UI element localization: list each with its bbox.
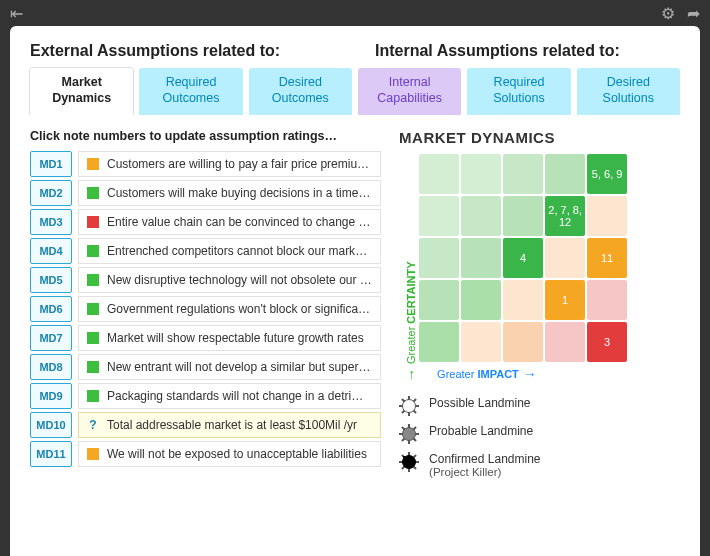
confirmed-landmine-icon: [399, 452, 419, 472]
grid-cell[interactable]: 11: [587, 238, 627, 278]
rating-red-icon: [87, 216, 99, 228]
grid-cell[interactable]: [461, 196, 501, 236]
rating-green-icon: [87, 274, 99, 286]
tab-desired-solutions[interactable]: DesiredSolutions: [577, 68, 680, 115]
grid-cell[interactable]: [419, 322, 459, 362]
grid-cell[interactable]: [503, 280, 543, 320]
assumption-cell[interactable]: Packaging standards will not change in a…: [78, 383, 381, 409]
possible-landmine-icon: [399, 396, 419, 416]
assumption-text: Packaging standards will not change in a…: [107, 389, 372, 403]
grid-cell[interactable]: [461, 322, 501, 362]
back-icon[interactable]: ⇤: [10, 4, 23, 23]
assumption-cell[interactable]: Entire value chain can be convinced to c…: [78, 209, 381, 235]
table-row: MD4Entrenched competitors cannot block o…: [30, 238, 381, 264]
assumption-cell[interactable]: Customers will make buying decisions in …: [78, 180, 381, 206]
table-row: MD11We will not be exposed to unacceptab…: [30, 441, 381, 467]
assumption-badge[interactable]: MD9: [30, 383, 72, 409]
table-row: MD7Market will show respectable future g…: [30, 325, 381, 351]
grid-cell[interactable]: [419, 196, 459, 236]
grid-cell[interactable]: 3: [587, 322, 627, 362]
rating-green-icon: [87, 303, 99, 315]
grid-cell[interactable]: [503, 154, 543, 194]
grid-cell[interactable]: [461, 238, 501, 278]
grid-cell[interactable]: 1: [545, 280, 585, 320]
tab-required-solutions[interactable]: RequiredSolutions: [467, 68, 570, 115]
assumption-cell[interactable]: New disruptive technology will not obsol…: [78, 267, 381, 293]
assumption-badge[interactable]: MD4: [30, 238, 72, 264]
rating-green-icon: [87, 332, 99, 344]
hint-text: Click note numbers to update assumption …: [30, 129, 381, 143]
table-row: MD6Government regulations won't block or…: [30, 296, 381, 322]
rating-green-icon: [87, 245, 99, 257]
x-axis-label: Greater IMPACT →: [437, 366, 627, 382]
assumption-text: Customers are willing to pay a fair pric…: [107, 157, 372, 171]
grid-cell[interactable]: [503, 322, 543, 362]
rating-green-icon: [87, 361, 99, 373]
assumption-text: Government regulations won't block or si…: [107, 302, 372, 316]
grid-cell[interactable]: [461, 280, 501, 320]
grid-cell[interactable]: [545, 154, 585, 194]
assumption-cell[interactable]: Government regulations won't block or si…: [78, 296, 381, 322]
forward-icon[interactable]: ➦: [687, 4, 700, 23]
grid-cell[interactable]: [419, 280, 459, 320]
grid-cell[interactable]: [545, 322, 585, 362]
assumption-text: Entrenched competitors cannot block our …: [107, 244, 372, 258]
assumption-text: New entrant will not develop a similar b…: [107, 360, 372, 374]
assumption-badge[interactable]: MD10: [30, 412, 72, 438]
assumption-badge[interactable]: MD3: [30, 209, 72, 235]
rating-orange-icon: [87, 448, 99, 460]
probable-landmine-icon: [399, 424, 419, 444]
assumption-badge[interactable]: MD5: [30, 267, 72, 293]
assumption-cell[interactable]: Entrenched competitors cannot block our …: [78, 238, 381, 264]
assumption-badge[interactable]: MD6: [30, 296, 72, 322]
assumption-badge[interactable]: MD8: [30, 354, 72, 380]
assumption-text: Total addressable market is at least $10…: [107, 418, 357, 432]
internal-heading: Internal Assumptions related to:: [375, 42, 680, 60]
external-heading: External Assumptions related to:: [30, 42, 335, 60]
assumption-badge[interactable]: MD1: [30, 151, 72, 177]
rating-green-icon: [87, 390, 99, 402]
tab-internal-capabilities[interactable]: InternalCapabilities: [358, 68, 461, 115]
legend-label: Confirmed Landmine (Project Killer): [429, 452, 540, 478]
tab-market-dynamics[interactable]: MarketDynamics: [30, 68, 133, 115]
assumption-cell[interactable]: ?Total addressable market is at least $1…: [78, 412, 381, 438]
grid-cell[interactable]: [461, 154, 501, 194]
table-row: MD1Customers are willing to pay a fair p…: [30, 151, 381, 177]
assumption-cell[interactable]: We will not be exposed to unacceptable l…: [78, 441, 381, 467]
assumption-badge[interactable]: MD2: [30, 180, 72, 206]
grid-cell[interactable]: [545, 238, 585, 278]
assumption-text: We will not be exposed to unacceptable l…: [107, 447, 367, 461]
arrow-right-icon: →: [523, 366, 537, 382]
tab-desired-outcomes[interactable]: DesiredOutcomes: [249, 68, 352, 115]
table-row: MD8New entrant will not develop a simila…: [30, 354, 381, 380]
grid-cell[interactable]: 5, 6, 9: [587, 154, 627, 194]
assumption-text: Entire value chain can be convinced to c…: [107, 215, 372, 229]
assumption-cell[interactable]: New entrant will not develop a similar b…: [78, 354, 381, 380]
y-axis-label: → Greater CERTAINTY: [399, 154, 419, 382]
grid-cell[interactable]: [587, 280, 627, 320]
assumption-text: Market will show respectable future grow…: [107, 331, 364, 345]
arrow-up-icon: →: [403, 368, 419, 382]
grid-cell[interactable]: [419, 154, 459, 194]
matrix-title: MARKET DYNAMICS: [399, 129, 680, 146]
gear-icon[interactable]: ⚙: [661, 4, 675, 23]
assumption-cell[interactable]: Market will show respectable future grow…: [78, 325, 381, 351]
main-panel: External Assumptions related to: Interna…: [10, 26, 700, 556]
table-row: MD2Customers will make buying decisions …: [30, 180, 381, 206]
assumption-cell[interactable]: Customers are willing to pay a fair pric…: [78, 151, 381, 177]
assumption-badge[interactable]: MD7: [30, 325, 72, 351]
assumption-badge[interactable]: MD11: [30, 441, 72, 467]
table-row: MD9Packaging standards will not change i…: [30, 383, 381, 409]
grid-cell[interactable]: [503, 196, 543, 236]
grid-cell[interactable]: 2, 7, 8, 12: [545, 196, 585, 236]
grid-cell[interactable]: 4: [503, 238, 543, 278]
rating-orange-icon: [87, 158, 99, 170]
rating-green-icon: [87, 187, 99, 199]
assumption-text: New disruptive technology will not obsol…: [107, 273, 372, 287]
legend-label: Possible Landmine: [429, 396, 530, 410]
tab-required-outcomes[interactable]: RequiredOutcomes: [139, 68, 242, 115]
table-row: MD5New disruptive technology will not ob…: [30, 267, 381, 293]
grid-cell[interactable]: [587, 196, 627, 236]
grid-cell[interactable]: [419, 238, 459, 278]
table-row: MD3Entire value chain can be convinced t…: [30, 209, 381, 235]
